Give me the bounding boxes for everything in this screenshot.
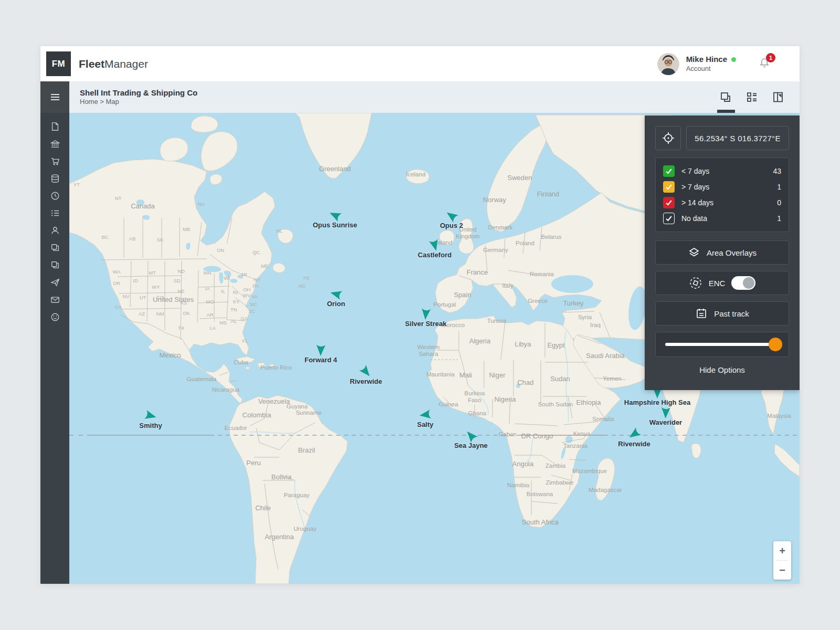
map-place-label: AB [129,236,136,242]
map-place-label: MO [206,299,214,305]
sidebar-item-users[interactable] [50,225,60,236]
map-place-label: AZ [139,311,145,317]
map-place-label: TN [230,307,237,313]
smiley-icon [50,312,60,322]
zoom-out-button[interactable]: − [773,561,791,580]
checkbox-gt7[interactable] [663,181,675,193]
checkbox-lt7[interactable] [663,165,675,177]
zoom-in-button[interactable]: + [773,541,791,560]
map-place-label: GA [240,316,248,322]
past-track-button[interactable]: Past track [655,301,789,326]
breadcrumb[interactable]: Home > Map [80,98,197,107]
sidebar-item-history[interactable] [50,191,60,201]
map-place-label: Syria [578,314,592,321]
map-place-label: Namibia [507,482,529,489]
map-place-label: Turkey [563,300,583,308]
checkbox-nodata[interactable] [663,213,675,224]
account-link[interactable]: Account [686,65,736,73]
vessel-label: Waverider [649,418,682,426]
filter-row-lt7[interactable]: < 7 days 43 [663,163,781,179]
map-place-label: Norway [483,196,506,204]
map-place-label: LA [209,326,216,331]
map-place-label: Mauritania [426,371,455,378]
sidebar-item-tasks[interactable] [50,208,60,218]
vessel-label: Opus Sunrise [313,221,358,229]
map-place-label: ND [177,269,185,275]
map-place-label: Angola [512,460,533,468]
map-place-label: South Africa [522,519,559,527]
world-map[interactable]: GreenlandCanadaUnited StatesMexicoVenezu… [69,113,800,584]
top-header: FM FleetManager Mike Hince Account [40,46,800,81]
user-icon [50,226,60,235]
vessel-label: Riverwide [350,377,382,385]
map-place-label: Denmark [488,224,513,231]
map-place-label: Italy [502,282,513,289]
vessel-label: Smithy [139,422,162,429]
sidebar-item-mail[interactable] [50,295,60,305]
sidebar-item-copies[interactable] [50,260,60,270]
filter-row-gt14[interactable]: > 14 days 0 [663,195,781,211]
brand-title: FleetManager [79,58,148,70]
map-place-label: Gabon [499,431,517,438]
map-place-label: Guinea [438,401,458,408]
map-place-label: Western Sahara [417,344,440,358]
map-place-label: NM [156,311,164,317]
sidebar-item-feedback[interactable] [50,312,60,322]
slider-knob[interactable] [769,338,782,351]
slider-track[interactable] [665,343,779,346]
user-name: Mike Hince [686,55,727,65]
map-place-label: Portugal [434,301,456,308]
area-overlays-button[interactable]: Area Overlays [655,240,789,265]
map-place-label: CA [114,304,121,310]
card-list-view-icon[interactable] [746,91,758,103]
cart-icon [50,156,60,166]
vessel-arrow-icon [658,405,673,420]
map-place-label: AL [230,319,237,324]
avatar[interactable] [657,53,679,75]
tasks-icon [50,208,60,218]
filter-count: 1 [777,183,781,191]
app-logo: FM [46,51,71,76]
windows-view-icon[interactable] [719,91,732,103]
map-place-label: ME [261,264,268,269]
map-place-label: FL [242,339,248,344]
page-header: Shell Int Trading & Shipping Co Home > M… [69,81,800,113]
page-title: Shell Int Trading & Shipping Co [80,88,197,98]
map-place-label: Cuba [234,359,248,366]
vessel-arrow-icon [359,364,373,379]
split-panel-icon[interactable] [772,91,784,103]
check-icon [665,198,673,207]
age-filter-group: < 7 days 43 > 7 days 1 [655,158,789,232]
map-place-label: VA [251,294,258,300]
map-place-label: NU [197,202,205,207]
filter-row-nodata[interactable]: No data 1 [663,211,781,226]
filter-label: > 7 days [681,183,709,191]
map-place-label: Somalia [592,416,614,423]
map-place-label: Greenland [319,165,351,173]
notifications-button[interactable]: 1 [758,57,771,71]
sidebar-item-cart[interactable] [50,156,60,166]
map-place-label: Zambia [545,463,565,469]
sidebar-item-database[interactable] [50,173,60,184]
map-place-label: MS [219,320,227,326]
coordinates-field[interactable]: 56.2534° S 016.3727°E [686,126,789,150]
checkbox-gt14[interactable] [663,197,675,208]
clock-icon [50,191,60,201]
map-place-label: Chad [517,379,533,387]
enc-compass-icon [689,276,702,290]
map-place-label: Greece [528,298,548,304]
user-block[interactable]: Mike Hince Account [686,55,736,73]
map-place-label: Sweden [508,174,532,182]
sidebar-menu-button[interactable] [40,81,69,113]
enc-toggle-row: ENC [655,271,789,295]
sidebar-item-documents[interactable] [50,121,60,132]
sidebar-item-reports[interactable] [50,243,60,253]
sidebar-item-send[interactable] [50,277,60,288]
enc-toggle[interactable] [731,276,755,290]
hide-options-link[interactable]: Hide Options [655,365,789,374]
locate-button[interactable] [655,126,681,150]
map-place-label: BC [101,235,108,240]
filter-row-gt7[interactable]: > 7 days 1 [663,179,781,195]
map-place-label: IL [221,289,225,295]
sidebar-item-bank[interactable] [50,139,60,149]
